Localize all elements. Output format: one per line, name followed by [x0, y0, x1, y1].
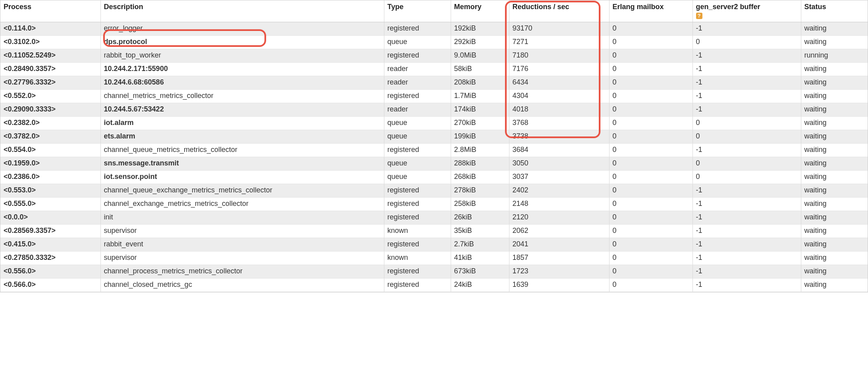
process-cell[interactable]: <0.3782.0> [0, 130, 100, 144]
process-cell[interactable]: <0.28490.3357> [0, 63, 100, 76]
process-cell[interactable]: <0.27850.3332> [0, 252, 100, 265]
description-cell[interactable]: 10.244.6.68:60586 [100, 76, 384, 90]
buffer-cell: -1 [692, 211, 801, 225]
mailbox-cell: 0 [609, 22, 692, 36]
description-cell[interactable]: channel_process_metrics_metrics_collecto… [100, 265, 384, 279]
mailbox-cell: 0 [609, 63, 692, 76]
process-cell[interactable]: <0.2386.0> [0, 171, 100, 184]
type-cell: registered [384, 144, 451, 157]
description-cell[interactable]: channel_metrics_metrics_collector [100, 90, 384, 103]
buffer-cell: -1 [692, 198, 801, 211]
mailbox-cell: 0 [609, 252, 692, 265]
process-cell[interactable]: <0.553.0> [0, 184, 100, 198]
description-cell[interactable]: rabbit_top_worker [100, 49, 384, 63]
mailbox-cell: 0 [609, 90, 692, 103]
mailbox-cell: 0 [609, 198, 692, 211]
description-cell[interactable]: error_logger [100, 22, 384, 36]
help-icon[interactable]: ? [696, 13, 702, 19]
header-reductions[interactable]: Reductions / sec [509, 0, 609, 22]
type-cell: reader [384, 76, 451, 90]
status-cell: waiting [801, 117, 868, 130]
description-cell[interactable]: supervisor [100, 225, 384, 238]
process-cell[interactable]: <0.1959.0> [0, 157, 100, 171]
description-cell[interactable]: sns.message.transmit [100, 157, 384, 171]
reductions-cell: 1639 [509, 279, 609, 292]
memory-cell: 2.8MiB [451, 144, 509, 157]
process-cell[interactable]: <0.29090.3333> [0, 103, 100, 117]
status-cell: waiting [801, 184, 868, 198]
description-cell[interactable]: 10.244.2.171:55900 [100, 63, 384, 76]
type-cell: known [384, 252, 451, 265]
description-cell[interactable]: ets.alarm [100, 130, 384, 144]
memory-cell: 288kiB [451, 157, 509, 171]
process-cell[interactable]: <0.0.0> [0, 211, 100, 225]
process-cell[interactable]: <0.554.0> [0, 144, 100, 157]
mailbox-cell: 0 [609, 130, 692, 144]
process-cell[interactable]: <0.555.0> [0, 198, 100, 211]
buffer-cell: -1 [692, 279, 801, 292]
type-cell: registered [384, 22, 451, 36]
process-table: Process Description Type Memory Reductio… [0, 0, 868, 292]
reductions-cell: 1857 [509, 252, 609, 265]
description-cell[interactable]: iot.sensor.point [100, 171, 384, 184]
buffer-cell: -1 [692, 103, 801, 117]
mailbox-cell: 0 [609, 117, 692, 130]
buffer-cell: -1 [692, 22, 801, 36]
reductions-cell: 2402 [509, 184, 609, 198]
description-cell[interactable]: iot.alarm [100, 117, 384, 130]
description-cell[interactable]: channel_queue_metrics_metrics_collector [100, 144, 384, 157]
header-mailbox[interactable]: Erlang mailbox [609, 0, 692, 22]
header-type[interactable]: Type [384, 0, 451, 22]
process-cell[interactable]: <0.11052.5249> [0, 49, 100, 63]
reductions-cell: 3768 [509, 117, 609, 130]
reductions-cell: 2120 [509, 211, 609, 225]
status-cell: waiting [801, 36, 868, 49]
type-cell: queue [384, 130, 451, 144]
buffer-cell: 0 [692, 117, 801, 130]
buffer-cell: 0 [692, 157, 801, 171]
description-cell[interactable]: channel_queue_exchange_metrics_metrics_c… [100, 184, 384, 198]
process-cell[interactable]: <0.556.0> [0, 265, 100, 279]
memory-cell: 278kiB [451, 184, 509, 198]
mailbox-cell: 0 [609, 225, 692, 238]
status-cell: waiting [801, 225, 868, 238]
description-cell[interactable]: channel_exchange_metrics_metrics_collect… [100, 198, 384, 211]
header-process[interactable]: Process [0, 0, 100, 22]
description-cell[interactable]: init [100, 211, 384, 225]
header-status[interactable]: Status [801, 0, 868, 22]
description-cell[interactable]: dps.protocol [100, 36, 384, 49]
buffer-cell: -1 [692, 184, 801, 198]
process-cell[interactable]: <0.552.0> [0, 90, 100, 103]
table-row: <0.552.0>channel_metrics_metrics_collect… [0, 90, 868, 103]
description-cell[interactable]: channel_closed_metrics_gc [100, 279, 384, 292]
reductions-cell: 4018 [509, 103, 609, 117]
type-cell: registered [384, 49, 451, 63]
header-description[interactable]: Description [100, 0, 384, 22]
memory-cell: 268kiB [451, 171, 509, 184]
reductions-cell: 2041 [509, 238, 609, 252]
process-cell[interactable]: <0.3102.0> [0, 36, 100, 49]
table-row: <0.11052.5249>rabbit_top_workerregistere… [0, 49, 868, 63]
process-cell[interactable]: <0.114.0> [0, 22, 100, 36]
description-cell[interactable]: rabbit_event [100, 238, 384, 252]
table-row: <0.2382.0>iot.alarmqueue270kiB376800wait… [0, 117, 868, 130]
mailbox-cell: 0 [609, 238, 692, 252]
type-cell: reader [384, 103, 451, 117]
header-memory[interactable]: Memory [451, 0, 509, 22]
description-cell[interactable]: 10.244.5.67:53422 [100, 103, 384, 117]
status-cell: waiting [801, 198, 868, 211]
memory-cell: 41kiB [451, 252, 509, 265]
header-buffer[interactable]: gen_server2 buffer ? [692, 0, 801, 22]
table-row: <0.553.0>channel_queue_exchange_metrics_… [0, 184, 868, 198]
process-cell[interactable]: <0.27796.3332> [0, 76, 100, 90]
mailbox-cell: 0 [609, 171, 692, 184]
process-cell[interactable]: <0.2382.0> [0, 117, 100, 130]
table-row: <0.3102.0>dps.protocolqueue292kiB727100w… [0, 36, 868, 49]
reductions-cell: 3738 [509, 130, 609, 144]
process-cell[interactable]: <0.566.0> [0, 279, 100, 292]
process-cell[interactable]: <0.28569.3357> [0, 225, 100, 238]
process-cell[interactable]: <0.415.0> [0, 238, 100, 252]
type-cell: reader [384, 63, 451, 76]
description-cell[interactable]: supervisor [100, 252, 384, 265]
table-row: <0.0.0>initregistered26kiB21200-1waiting [0, 211, 868, 225]
